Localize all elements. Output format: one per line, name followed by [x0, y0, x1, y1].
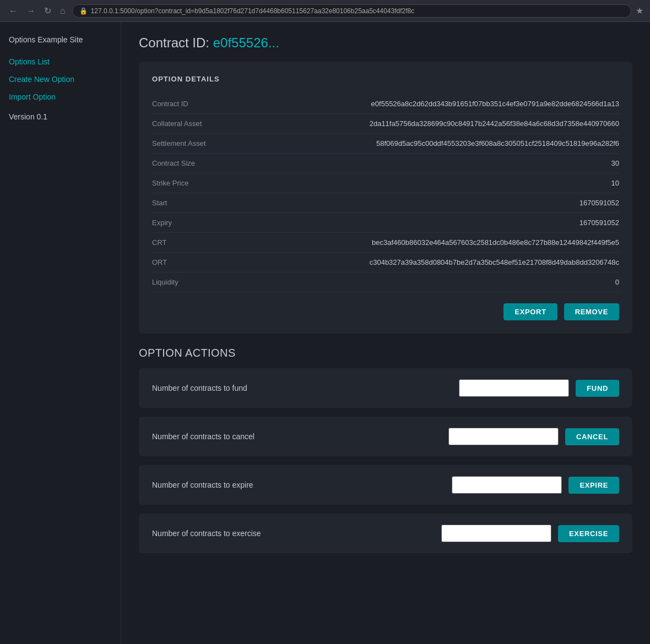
detail-row-collateral-asset: Collateral Asset 2da11fa5756da328699c90c… — [152, 114, 619, 134]
exercise-button[interactable]: EXERCISE — [558, 525, 619, 542]
detail-row-strike-price: Strike Price 10 — [152, 173, 619, 193]
browser-chrome: ← → ↻ ⌂ 🔒 127.0.0.1:5000/option?contract… — [0, 0, 650, 22]
value-settlement-asset: 58f069d5ac95c00ddf4553203e3f608a8c305051… — [376, 139, 619, 148]
cancel-input[interactable] — [448, 428, 559, 445]
fund-action-right: FUND — [459, 379, 619, 397]
detail-row-contract-id: Contract ID e0f55526a8c2d62dd343b91651f0… — [152, 94, 619, 114]
forward-button[interactable]: → — [24, 5, 37, 17]
value-strike-price: 10 — [611, 179, 619, 187]
app-title: Options Example Site — [0, 33, 121, 53]
url-text: 127.0.0.1:5000/option?contract_id=b9d5a1… — [91, 7, 415, 15]
bookmark-button[interactable]: ★ — [636, 6, 643, 16]
expire-input[interactable] — [452, 476, 562, 494]
value-crt: bec3af460b86032e464a567603c2581dc0b486e8… — [372, 238, 619, 247]
label-contract-size: Contract Size — [152, 159, 224, 167]
main-content: Contract ID: e0f55526... OPTION DETAILS … — [121, 22, 650, 644]
version-label: Version 0.1 — [0, 106, 121, 128]
value-expiry: 1670591052 — [579, 219, 619, 227]
fund-button[interactable]: FUND — [576, 380, 619, 397]
home-button[interactable]: ⌂ — [58, 5, 68, 17]
exercise-label: Number of contracts to exercise — [152, 529, 261, 538]
fund-label: Number of contracts to fund — [152, 384, 247, 392]
value-contract-id: e0f55526a8c2d62dd343b91651f07bb351c4ef3e… — [371, 100, 619, 108]
option-details-header: OPTION DETAILS — [152, 75, 619, 83]
value-contract-size: 30 — [611, 159, 619, 167]
action-card-cancel: Number of contracts to cancel CANCEL — [139, 417, 632, 456]
detail-row-ort: ORT c304b327a39a358d0804b7be2d7a35bc548e… — [152, 253, 619, 272]
page-title-prefix: Contract ID: — [139, 35, 213, 50]
option-details-card: OPTION DETAILS Contract ID e0f55526a8c2d… — [139, 62, 632, 334]
sidebar-item-import-option[interactable]: Import Option — [0, 88, 121, 106]
detail-row-settlement-asset: Settlement Asset 58f069d5ac95c00ddf45532… — [152, 134, 619, 154]
label-liquidity: Liquidity — [152, 278, 224, 286]
page-title-accent: e0f55526... — [213, 35, 279, 50]
remove-button[interactable]: REMOVE — [564, 303, 619, 320]
exercise-input[interactable] — [441, 525, 551, 542]
address-bar[interactable]: 🔒 127.0.0.1:5000/option?contract_id=b9d5… — [72, 4, 631, 18]
label-crt: CRT — [152, 238, 224, 247]
label-expiry: Expiry — [152, 219, 224, 227]
fund-input[interactable] — [459, 379, 569, 397]
label-start: Start — [152, 199, 224, 207]
value-collateral-asset: 2da11fa5756da328699c90c84917b2442a56f38e… — [370, 119, 619, 128]
option-actions-title: OPTION ACTIONS — [139, 347, 632, 359]
back-button[interactable]: ← — [7, 5, 20, 17]
cancel-button[interactable]: CANCEL — [565, 428, 619, 445]
cancel-action-right: CANCEL — [448, 428, 619, 445]
detail-row-expiry: Expiry 1670591052 — [152, 213, 619, 233]
label-collateral-asset: Collateral Asset — [152, 119, 224, 128]
reload-button[interactable]: ↻ — [42, 4, 53, 17]
sidebar-item-options-list[interactable]: Options List — [0, 53, 121, 70]
export-button[interactable]: EXPORT — [503, 303, 557, 320]
action-card-exercise: Number of contracts to exercise EXERCISE — [139, 514, 632, 553]
sidebar-item-create-new-option[interactable]: Create New Option — [0, 70, 121, 88]
expire-label: Number of contracts to expire — [152, 481, 253, 489]
expire-button[interactable]: EXPIRE — [568, 477, 619, 494]
value-start: 1670591052 — [579, 199, 619, 207]
detail-row-liquidity: Liquidity 0 — [152, 272, 619, 292]
detail-row-start: Start 1670591052 — [152, 193, 619, 213]
action-card-fund: Number of contracts to fund FUND — [139, 368, 632, 408]
card-actions: EXPORT REMOVE — [152, 303, 619, 320]
label-settlement-asset: Settlement Asset — [152, 139, 224, 148]
value-liquidity: 0 — [615, 278, 619, 286]
page-title: Contract ID: e0f55526... — [139, 35, 632, 51]
cancel-label: Number of contracts to cancel — [152, 432, 254, 441]
label-contract-id: Contract ID — [152, 100, 224, 108]
detail-row-crt: CRT bec3af460b86032e464a567603c2581dc0b4… — [152, 233, 619, 253]
label-strike-price: Strike Price — [152, 179, 224, 187]
label-ort: ORT — [152, 258, 224, 266]
value-ort: c304b327a39a358d0804b7be2d7a35bc548ef51e… — [370, 258, 619, 266]
expire-action-right: EXPIRE — [452, 476, 619, 494]
app-layout: Options Example Site Options List Create… — [0, 22, 650, 644]
security-icon: 🔒 — [79, 7, 88, 15]
detail-row-contract-size: Contract Size 30 — [152, 154, 619, 173]
exercise-action-right: EXERCISE — [441, 525, 619, 542]
sidebar: Options Example Site Options List Create… — [0, 22, 121, 644]
action-card-expire: Number of contracts to expire EXPIRE — [139, 465, 632, 505]
